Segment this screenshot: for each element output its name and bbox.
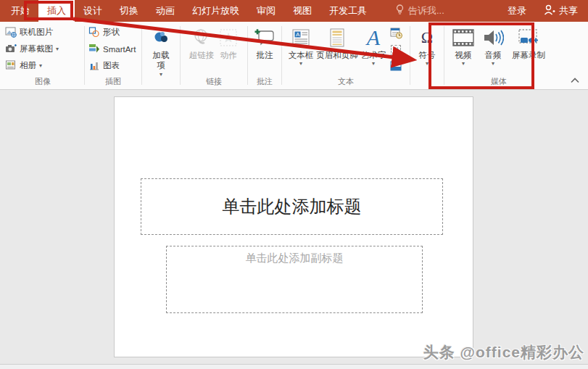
action-star-icon (218, 25, 239, 50)
group-links: 超链接 动作 链接 (181, 23, 247, 89)
collapse-ribbon-button[interactable] (571, 76, 579, 85)
header-footer-icon (328, 25, 346, 50)
photo-album-label: 相册 (20, 60, 36, 71)
date-time-icon (390, 27, 402, 41)
action-button: 动作 (218, 24, 239, 60)
wordart-button[interactable]: A 艺术字 ▾ (361, 24, 386, 67)
video-button[interactable]: 视频 ▾ (452, 24, 475, 67)
sign-in-button[interactable]: 登录 (497, 0, 537, 22)
dropdown-arrow-icon: ▾ (39, 63, 42, 69)
textbox-label: 文本框 (289, 50, 314, 60)
tab-insert[interactable]: 插入 (38, 0, 75, 22)
ribbon: 联机图片 屏幕截图 ▾ 相册 ▾ 图像 形状 SmartArt (0, 22, 588, 90)
group-label-illustrations: 插图 (85, 76, 141, 87)
screenshot-label: 屏幕截图 (20, 43, 53, 54)
subtitle-placeholder[interactable]: 单击此处添加副标题 (166, 246, 423, 313)
date-time-button[interactable] (389, 26, 403, 41)
chart-label: 图表 (103, 60, 120, 71)
symbol-button[interactable]: Ω 符号 ▾ (419, 24, 436, 67)
svg-text:A: A (296, 31, 300, 38)
online-picture-icon (5, 26, 17, 39)
group-illustrations: 形状 SmartArt 图表 插图 (85, 23, 141, 89)
new-comment-button[interactable]: 批注 (254, 24, 276, 60)
video-label: 视频 (455, 50, 472, 60)
title-placeholder[interactable]: 单击此处添加标题 (141, 178, 443, 235)
dropdown-arrow-icon: ▾ (426, 61, 428, 67)
tab-slideshow[interactable]: 幻灯片放映 (183, 0, 248, 22)
tab-home[interactable]: 开始 (2, 0, 38, 22)
slide[interactable]: 单击此处添加标题 单击此处添加副标题 (114, 96, 473, 357)
textbox-button[interactable]: A 文本框 ▾ (289, 24, 314, 67)
comment-label: 批注 (257, 50, 273, 60)
group-images: 联机图片 屏幕截图 ▾ 相册 ▾ 图像 (1, 23, 84, 89)
watermark-text: 头条 @office精彩办公 (423, 342, 584, 362)
share-button[interactable]: 共享 (537, 0, 588, 22)
tab-review[interactable]: 审阅 (248, 0, 284, 22)
online-pictures-button[interactable]: 联机图片 (5, 24, 53, 41)
symbol-label: 符号 (419, 50, 436, 60)
tab-animations[interactable]: 动画 (147, 0, 183, 22)
photo-album-button[interactable]: 相册 ▾ (5, 57, 42, 74)
addins-icon (152, 25, 170, 50)
hyperlink-button: 超链接 (189, 24, 215, 60)
wordart-label: 艺术字 (361, 50, 386, 60)
chart-icon (88, 59, 100, 72)
header-footer-button[interactable]: 页眉和页脚 (316, 24, 358, 60)
header-footer-label: 页眉和页脚 (316, 50, 358, 60)
addins-button[interactable]: 加载项 ▾ (149, 24, 173, 78)
dropdown-arrow-icon: ▾ (462, 61, 465, 67)
slide-number-button[interactable]: # (389, 43, 403, 57)
shapes-label: 形状 (103, 27, 120, 38)
tab-developer[interactable]: 开发工具 (320, 0, 376, 22)
group-label-media: 媒体 (447, 76, 550, 87)
smartart-button[interactable]: SmartArt (88, 41, 136, 57)
group-addins: 加载项 ▾ (142, 23, 180, 89)
group-label-images: 图像 (1, 76, 84, 87)
hyperlink-globe-icon (191, 25, 212, 50)
hyperlink-label: 超链接 (189, 50, 215, 60)
share-label: 共享 (559, 4, 578, 17)
chart-button[interactable]: 图表 (88, 57, 120, 74)
photo-album-icon (5, 59, 17, 72)
group-text: A 文本框 ▾ 页眉和页脚 A 艺术字 ▾ # (282, 23, 410, 89)
titlebar-right: 登录 共享 (497, 0, 588, 22)
title-bar: 开始 插入 设计 切换 动画 幻灯片放映 审阅 视图 开发工具 告诉我... 登… (0, 0, 588, 22)
video-filmstrip-icon (452, 25, 475, 50)
slide-number-icon: # (391, 45, 401, 56)
group-symbols: Ω 符号 ▾ (410, 23, 444, 89)
group-label-comments: 批注 (248, 76, 281, 87)
lightbulb-icon (396, 4, 404, 17)
group-label-links: 链接 (181, 76, 247, 87)
screenshot-button[interactable]: 屏幕截图 ▾ (5, 41, 59, 57)
dropdown-arrow-icon: ▾ (492, 61, 494, 67)
dropdown-arrow-icon: ▾ (160, 72, 162, 78)
tab-view[interactable]: 视图 (284, 0, 320, 22)
audio-speaker-icon (482, 25, 504, 50)
shapes-button[interactable]: 形状 (88, 24, 120, 41)
group-comments: 批注 批注 (248, 23, 281, 89)
smartart-icon (88, 43, 100, 56)
screen-recording-icon (518, 25, 539, 50)
group-media: 视频 ▾ 音频 ▾ 屏幕录制 媒体 (447, 23, 550, 89)
shapes-icon (88, 26, 100, 39)
screen-recording-button[interactable]: 屏幕录制 (511, 24, 546, 60)
tab-transitions[interactable]: 切换 (111, 0, 147, 22)
online-pictures-label: 联机图片 (20, 27, 53, 38)
tell-me-label: 告诉我... (408, 4, 444, 17)
share-person-icon (544, 4, 555, 17)
action-label: 动作 (220, 50, 237, 60)
textbox-icon: A (291, 25, 311, 50)
tell-me-box[interactable]: 告诉我... (396, 0, 444, 22)
dropdown-arrow-icon: ▾ (372, 61, 375, 67)
audio-button[interactable]: 音频 ▾ (482, 24, 504, 67)
addins-label: 加载项 (149, 50, 173, 71)
wordart-icon: A (367, 27, 380, 49)
object-button[interactable] (389, 59, 403, 74)
screenshot-camera-icon (5, 43, 17, 56)
smartart-label: SmartArt (103, 45, 136, 54)
tab-design[interactable]: 设计 (75, 0, 111, 22)
screen-recording-label: 屏幕录制 (511, 50, 546, 60)
audio-label: 音频 (485, 50, 502, 60)
group-separator (444, 26, 444, 85)
status-bar (0, 364, 588, 369)
